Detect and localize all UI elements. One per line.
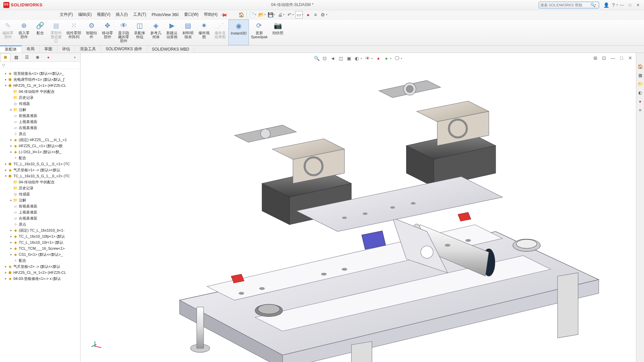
minimize-button[interactable]: — — [619, 2, 625, 8]
tree-node[interactable]: ▱上视基准面 — [0, 209, 80, 215]
expand-icon[interactable]: ▸ — [4, 162, 7, 166]
tree-node[interactable]: ▱右视基准面 — [0, 125, 80, 131]
ref-geometry-button[interactable]: ◈参考几 何体 — [148, 19, 164, 45]
tree-node[interactable]: ▱前视基准面 — [0, 113, 80, 119]
tree-node[interactable]: ▸◆气爪垫板<2> -> (默认<<默认 — [0, 263, 80, 269]
close-button[interactable]: ✕ — [635, 2, 641, 8]
expand-icon[interactable]: ▸ — [9, 241, 13, 244]
tree-node[interactable]: 📁04-传动组件 中的配合 — [0, 88, 80, 95]
expand-panel-icon[interactable]: › — [70, 53, 80, 61]
expand-icon[interactable]: ▾ — [4, 84, 7, 87]
menu-edit[interactable]: 编辑(E) — [75, 12, 94, 17]
tree-node[interactable]: ▸◆CS1_G<1> (默认<<默认>_ — [0, 251, 80, 257]
appearances-icon[interactable]: ● — [637, 98, 644, 105]
property-tab[interactable]: ▤ — [11, 53, 21, 61]
settings-dropdown[interactable]: ▾ — [326, 13, 327, 16]
help-search[interactable]: 🔍 ▾ — [539, 2, 599, 8]
display-tab[interactable]: ⊕ — [33, 53, 43, 61]
vp-maximize-icon[interactable]: □ — [618, 54, 625, 62]
menu-file[interactable]: 文件(F) — [57, 12, 75, 17]
expand-icon[interactable]: ▸ — [9, 247, 13, 250]
tree-node[interactable]: ⊹原点 — [0, 131, 80, 137]
menu-view[interactable]: 视图(V) — [94, 12, 113, 17]
print-icon[interactable]: 🖨 — [276, 11, 284, 18]
move-component-button[interactable]: ✥移动零 部件 — [100, 19, 116, 45]
view-palette-icon[interactable]: ◐ — [637, 89, 644, 96]
new-dropdown[interactable]: ▾ — [255, 13, 256, 16]
tree-node[interactable]: ▱前视基准面 — [0, 203, 80, 209]
tree-node[interactable]: ▸◆(固定) TC_L_16x1010_b<1- — [0, 227, 80, 233]
tree-node[interactable]: ▾⬢HFZ25_CL_H_1<1> (HFZ25-CL — [0, 82, 80, 88]
edit-appearance-icon[interactable]: ● — [375, 55, 382, 62]
tree-node[interactable]: ▸◆(-) DS1_H<1> (默认<<默_ — [0, 149, 80, 155]
linear-pattern-button[interactable]: ⁙线性零部 件阵列 — [64, 19, 84, 45]
view-orient-icon[interactable]: ▣ — [345, 55, 353, 62]
config-tab[interactable]: ☷ — [22, 53, 32, 61]
tree-node[interactable]: ◎传感器 — [0, 191, 80, 197]
appearance-tab[interactable]: ● — [43, 53, 53, 61]
custom-props-icon[interactable]: ≡ — [637, 107, 644, 113]
options-icon[interactable]: ≡ — [312, 11, 319, 18]
help-icon[interactable]: ? — [610, 1, 617, 9]
settings-icon[interactable]: ⚙ — [319, 11, 327, 18]
bom-button[interactable]: ▤材料明 细表 — [180, 19, 196, 45]
menu-help[interactable]: 帮助(H) — [201, 12, 220, 17]
tab-evaluate[interactable]: 评估 — [57, 46, 75, 53]
tree-node[interactable]: ▸◆气爪垫板<1> -> (默认<<默认 — [0, 167, 80, 173]
filter-bar[interactable]: ▽ — [0, 62, 80, 69]
tree-node[interactable]: ▸📁注解 — [0, 197, 80, 203]
tree-node[interactable]: ⚬配合 — [0, 155, 80, 161]
resources-icon[interactable]: 🏠 — [637, 63, 644, 70]
select-icon[interactable]: ▭ — [295, 11, 303, 18]
help-dropdown[interactable]: ▾ — [616, 3, 618, 6]
feature-tree[interactable]: ▸◆坦克链接头<1> (默认<<默认>_▸⬢光电调节组件<1> (默认<默认_[… — [0, 69, 80, 362]
zoom-area-icon[interactable]: ⊡ — [321, 55, 328, 62]
expand-icon[interactable]: ▸ — [9, 229, 13, 232]
design-lib-icon[interactable]: ▦ — [637, 72, 644, 78]
tree-node[interactable]: ◎传感器 — [0, 101, 80, 107]
tree-node[interactable]: ▸⬢TC_L_16x10_S_G_1__0_<1> (TC — [0, 161, 80, 167]
display-style-icon[interactable]: ◐ — [353, 55, 361, 62]
tree-node[interactable]: ▸◆坦克链接头<1> (默认<<默认>_ — [0, 70, 80, 76]
smart-fastener-button[interactable]: ⚙智能扣 件 — [84, 19, 100, 45]
zoom-fit-icon[interactable]: 🔍 — [313, 55, 320, 62]
expand-icon[interactable]: ▸ — [9, 253, 13, 256]
tree-node[interactable]: ▸◆(固定) HFZ25__CL__H_1_<1 — [0, 137, 80, 143]
mate-button[interactable]: 🔗配合 — [32, 19, 48, 45]
expand-icon[interactable]: ▸ — [4, 168, 7, 172]
menu-tools[interactable]: 工具(T) — [130, 12, 149, 17]
save-icon[interactable]: 💾 — [267, 11, 274, 18]
snapshot-button[interactable]: 📷拍快照 — [270, 19, 286, 45]
tree-node[interactable]: ▸◆HFZ25_CL_<1> (默认<<默 — [0, 143, 80, 149]
tab-mbd[interactable]: SOLIDWORKS MBD — [147, 46, 194, 53]
save-dropdown[interactable]: ▾ — [274, 13, 275, 16]
tree-node[interactable]: ▾⬢TC_L_16x10_S_G_1__0_<2> (TC — [0, 173, 80, 179]
expand-icon[interactable]: ▸ — [4, 78, 7, 81]
menu-photoview[interactable]: PhotoView 360 — [149, 12, 181, 17]
expand-icon[interactable]: ▸ — [4, 277, 7, 280]
maximize-button[interactable]: □ — [627, 2, 633, 8]
tree-node[interactable]: 📁历史记录 — [0, 185, 80, 191]
open-icon[interactable]: 📂 — [258, 11, 265, 18]
assembly-feature-button[interactable]: ◫装配体 特征 — [132, 19, 148, 45]
section-icon[interactable]: ◫ — [337, 55, 344, 62]
expand-icon[interactable]: ▸ — [9, 235, 13, 238]
tree-node[interactable]: ▸◆04-03-垫板修改<1>-> x (默认 — [0, 276, 80, 282]
speedpak-button[interactable]: ⟳更新 Speedpak — [249, 19, 270, 45]
tree-node[interactable]: ▱右视基准面 — [0, 215, 80, 221]
expand-icon[interactable]: ▾ — [4, 174, 7, 178]
exploded-view-button[interactable]: ✷爆炸视 图 — [196, 19, 212, 45]
view-settings-icon[interactable]: 🖵 — [393, 55, 401, 62]
tree-node[interactable]: ▱上视基准面 — [0, 119, 80, 125]
feature-tree-tab[interactable]: ⬢ — [0, 53, 10, 61]
tree-node[interactable]: ▸◆TC_L_16x10_10r<1> (默认 — [0, 239, 80, 245]
expand-icon[interactable]: ▸ — [9, 108, 13, 111]
expand-icon[interactable]: ▸ — [4, 271, 7, 274]
tree-node[interactable]: ▸⬢光电调节组件<1> (默认<默认_[' — [0, 76, 80, 82]
file-explorer-icon[interactable]: 📁 — [637, 80, 644, 87]
rebuild-icon[interactable]: ● — [305, 11, 312, 18]
3d-viewport[interactable]: 🔍 ⊡ ◄ ◫ ▣ ◐ ▾ 👁 ▾ ● ● ▾ 🖵 ▾ ⊞ ⊡ — □ ✕ — [80, 53, 636, 362]
menu-insert[interactable]: 插入(I) — [113, 12, 130, 17]
tab-plugins[interactable]: SOLIDWORKS 插件 — [101, 46, 147, 53]
help-search-input[interactable] — [540, 3, 590, 7]
